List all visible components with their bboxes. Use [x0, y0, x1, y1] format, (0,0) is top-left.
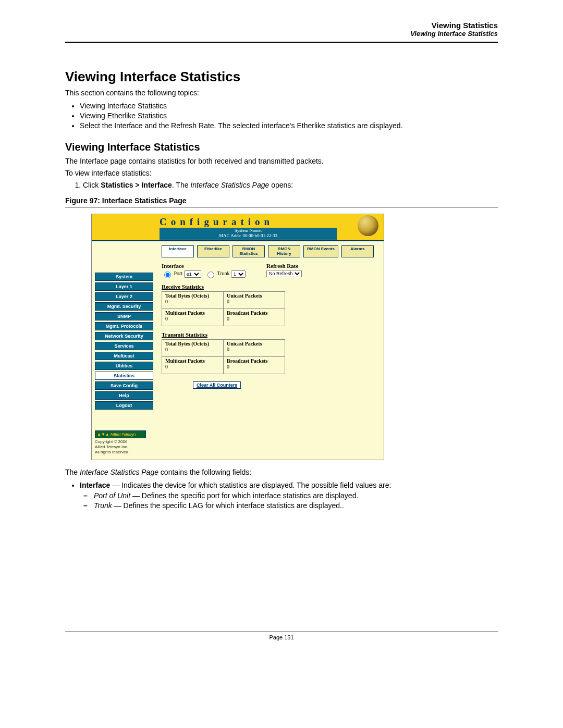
steps-list: Click Statistics > Interface. The Interf…	[65, 181, 498, 189]
refresh-control-group: Refresh Rate No Refresh	[266, 263, 302, 277]
topics-list: Viewing Interface Statistics Viewing Eth…	[65, 102, 498, 130]
field-value-port: Port of Unit — Defines the specific port…	[94, 491, 498, 500]
receive-table: Total Bytes (Octets)0 Unicast Packets0 M…	[162, 291, 285, 326]
header-title: Viewing Statistics	[65, 21, 498, 30]
fig-rule	[65, 207, 498, 207]
sidebar-item-system[interactable]: System	[95, 273, 153, 281]
configuration-title: Configuration	[92, 214, 274, 228]
tabs-row: Interface Etherlike RMONStatistics RMONH…	[162, 245, 378, 258]
ui-content: Interface Etherlike RMONStatistics RMONH…	[156, 241, 384, 460]
tab-rmon-events[interactable]: RMON Events	[303, 245, 338, 258]
sidebar-item-logout[interactable]: Logout	[95, 401, 153, 410]
system-info-bar: System Name: MAC Addr: 00:00:b0:01:22:33	[160, 228, 337, 240]
field-values-list: Port of Unit — Defines the specific port…	[65, 491, 498, 510]
clear-all-counters-button[interactable]: Clear All Counters	[193, 381, 241, 389]
brand-logo: ▲▼▲ Allied Telesyn	[95, 430, 146, 439]
page-number: Page 151	[65, 634, 498, 640]
tab-interface[interactable]: Interface	[162, 245, 194, 258]
field-value-trunk: Trunk — Defines the specific LAG for whi…	[94, 501, 498, 510]
sidebar-item-statistics[interactable]: Statistics	[95, 372, 153, 380]
header-rule	[65, 42, 498, 43]
tab-etherlike[interactable]: Etherlike	[197, 245, 229, 258]
tab-rmon-statistics[interactable]: RMONStatistics	[232, 245, 265, 258]
step-1: Click Statistics > Interface. The Interf…	[83, 181, 498, 189]
interface-control-group: Interface Port e1 Trunk 1	[162, 263, 246, 278]
sidebar-item-multicast[interactable]: Multicast	[95, 352, 153, 360]
interface-label: Interface	[162, 263, 246, 269]
figure-caption: Figure 97: Interface Statistics Page	[65, 196, 498, 205]
sidebar-item-services[interactable]: Services	[95, 342, 153, 350]
sidebar-item-network-security[interactable]: Network Security	[95, 332, 153, 340]
fields-list: Interface — Indicates the device for whi…	[65, 481, 498, 489]
sidebar-item-layer2[interactable]: Layer 2	[95, 292, 153, 301]
topic-item: Viewing Etherlike Statistics	[80, 112, 498, 120]
port-label: Port	[174, 271, 183, 277]
globe-icon	[358, 215, 378, 236]
after-fig-lead: The Interface Statistics Page contains t…	[65, 467, 498, 478]
sidebar-item-snmp[interactable]: SNMP	[95, 312, 153, 320]
mac-address: MAC Addr: 00:00:b0:01:22:33	[160, 233, 337, 239]
transmit-table: Total Bytes (Octets)0 Unicast Packets0 M…	[162, 339, 285, 374]
sidebar-item-layer1[interactable]: Layer 1	[95, 282, 153, 291]
field-interface: Interface — Indicates the device for whi…	[80, 481, 498, 489]
sidebar-item-help[interactable]: Help	[95, 391, 153, 400]
trunk-radio[interactable]	[207, 272, 214, 278]
refresh-label: Refresh Rate	[266, 263, 302, 269]
embedded-screenshot: Configuration System Name: MAC Addr: 00:…	[91, 214, 384, 460]
port-select[interactable]: e1	[184, 270, 201, 278]
h1-main: Viewing Interface Statistics	[65, 69, 498, 85]
sidebar-footer: ▲▼▲ Allied Telesyn Copyright © 2006 Alli…	[95, 430, 153, 454]
running-header: Viewing Statistics Viewing Interface Sta…	[65, 21, 503, 38]
sidebar-item-mgmt-protocols[interactable]: Mgmt. Protocols	[95, 322, 153, 330]
port-radio[interactable]	[164, 272, 171, 278]
topic-item: Viewing Interface Statistics	[80, 102, 498, 110]
sidebar-item-save-config[interactable]: Save Config	[95, 381, 153, 390]
tab-alarms[interactable]: Alarms	[341, 245, 374, 258]
controls-row: Interface Port e1 Trunk 1 Refresh Rate	[162, 263, 378, 278]
receive-heading: Receive Statistics	[162, 283, 378, 290]
topic-item: Select the Interface and the Refresh Rat…	[80, 121, 498, 130]
h2-sub: Viewing Interface Statistics	[65, 141, 498, 153]
ui-sidebar: System Layer 1 Layer 2 Mgmt. Security SN…	[92, 241, 156, 460]
refresh-select[interactable]: No Refresh	[266, 270, 302, 277]
trunk-select[interactable]: 1	[231, 270, 246, 278]
page-footer: Page 151	[65, 632, 498, 640]
trunk-label: Trunk	[217, 271, 230, 277]
footer-rule	[65, 632, 498, 632]
para-lead: To view interface statistics:	[65, 168, 498, 179]
ui-topbar: Configuration System Name: MAC Addr: 00:…	[92, 214, 384, 241]
header-subtitle: Viewing Interface Statistics	[65, 30, 498, 38]
tab-rmon-history[interactable]: RMONHistory	[268, 245, 300, 258]
sidebar-item-mgmt-security[interactable]: Mgmt. Security	[95, 302, 153, 311]
sidebar-item-utilities[interactable]: Utilities	[95, 362, 153, 370]
transmit-heading: Transmit Statistics	[162, 331, 378, 338]
intro-para: This section contains the following topi…	[65, 88, 498, 98]
para-desc: The Interface page contains statistics f…	[65, 156, 498, 167]
